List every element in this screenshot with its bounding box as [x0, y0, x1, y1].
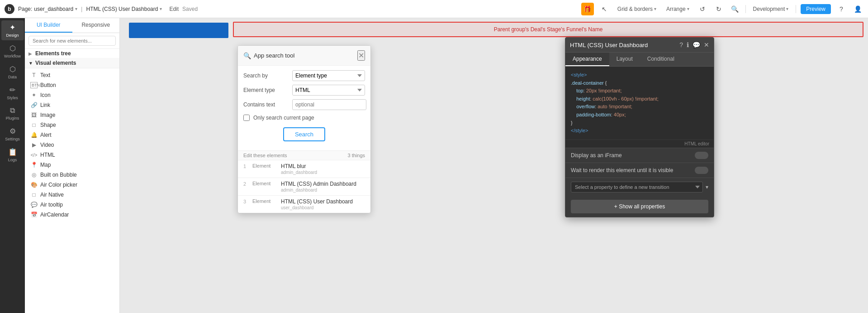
panel-help-icon[interactable]: ?	[679, 41, 683, 48]
tab-ui-builder[interactable]: UI Builder	[25, 18, 72, 33]
link-icon: 🔗	[30, 102, 38, 108]
search-btn-container: Search	[243, 125, 365, 146]
result-item-1[interactable]: 1 Element HTML blur admin_dashboard	[238, 160, 370, 178]
map-icon: 📍	[30, 162, 38, 168]
element-alert[interactable]: 🔔 Alert	[25, 130, 119, 140]
help-icon[interactable]: ?	[835, 3, 847, 15]
panel-info-icon[interactable]: ℹ	[687, 41, 689, 48]
result-page: admin_dashboard	[281, 170, 317, 175]
undo-button[interactable]: ↺	[697, 3, 708, 15]
element-video[interactable]: ▶ Video	[25, 140, 119, 150]
element-type-select[interactable]: HTML	[292, 85, 365, 96]
element-button[interactable]: BTN Button	[25, 80, 119, 90]
preview-button[interactable]: Preview	[801, 4, 831, 14]
logs-icon: 📋	[8, 148, 17, 156]
code-line-8: </style>	[571, 127, 708, 135]
display-iframe-toggle[interactable]	[695, 152, 708, 159]
element-text[interactable]: T Text	[25, 70, 119, 80]
html-panel-header: HTML (CSS) User Dashboard ? ℹ 💬 ✕	[565, 38, 714, 53]
wait-render-toggle[interactable]	[695, 167, 708, 174]
sidebar-item-label: Data	[8, 75, 17, 79]
logo: b	[5, 4, 14, 14]
sidebar-item-data[interactable]: ⬡ Data	[1, 62, 24, 82]
elements-tree-toggle[interactable]: ▶ Elements tree	[25, 49, 119, 58]
only-current-page-checkbox[interactable]	[243, 115, 250, 121]
search-by-select[interactable]: Element type	[292, 70, 365, 81]
html-selector[interactable]: HTML (CSS) User Dashboard ▾	[86, 6, 162, 12]
only-current-page-label: Only search current page	[253, 115, 314, 121]
modal-header: 🔍 App search tool ✕	[238, 46, 370, 66]
transition-select[interactable]: Select a property to define a new transi…	[571, 182, 703, 193]
show-all-properties-button[interactable]: + Show all properties	[571, 200, 708, 213]
shape-icon: □	[30, 122, 38, 128]
sidebar-item-label: Design	[6, 33, 19, 38]
search-by-row: Search by Element type	[243, 70, 365, 81]
cursor-icon[interactable]: ↖	[598, 3, 610, 15]
visual-elements-section[interactable]: ▼ Visual elements	[25, 58, 119, 68]
page-name: user_dashboard	[34, 6, 73, 12]
page-selector[interactable]: Page: user_dashboard ▾	[18, 6, 77, 12]
arrange-button[interactable]: Arrange ▾	[664, 5, 692, 14]
element-label: Icon	[40, 92, 51, 98]
element-html[interactable]: </> HTML	[25, 150, 119, 160]
sidebar-item-logs[interactable]: 📋 Logs	[1, 145, 24, 165]
tab-responsive[interactable]: Responsive	[72, 18, 120, 33]
element-type-row: Element type HTML	[243, 85, 365, 96]
development-button[interactable]: Development ▾	[750, 5, 792, 14]
collapse-icon: ▼	[28, 61, 33, 66]
panel-chat-icon[interactable]: 💬	[693, 41, 700, 48]
color-picker-icon: 🎨	[30, 182, 38, 188]
sidebar-item-workflow[interactable]: ⬡ Workflow	[1, 41, 24, 61]
saved-label: Saved	[182, 6, 198, 12]
display-iframe-label: Display as an iFrame	[571, 152, 622, 159]
sidebar-item-plugins[interactable]: ⧉ Plugins	[1, 104, 24, 123]
results-count: 3 things	[347, 153, 365, 158]
user-icon[interactable]: 👤	[852, 3, 863, 15]
modal-search-icon: 🔍	[243, 52, 251, 59]
plugins-icon: ⧉	[10, 106, 15, 115]
search-submit-button[interactable]: Search	[283, 127, 325, 141]
contains-text-input[interactable]	[292, 99, 366, 110]
html-icon: </>	[30, 153, 38, 158]
element-map[interactable]: 📍 Map	[25, 160, 119, 170]
html-name: HTML (CSS) User Dashboard	[86, 6, 158, 12]
result-item-2[interactable]: 2 Element HTML (CSS) Admin Dashboard adm…	[238, 178, 370, 195]
search-button[interactable]: 🔍	[729, 3, 741, 15]
element-air-tooltip[interactable]: 💬 Air tooltip	[25, 200, 119, 210]
search-elements-input[interactable]	[28, 36, 116, 46]
element-built-on-bubble[interactable]: ◎ Built on Bubble	[25, 170, 119, 180]
result-item-3[interactable]: 3 Element HTML (CSS) User Dashboard user…	[238, 195, 370, 213]
panel-close-icon[interactable]: ✕	[704, 41, 709, 48]
bubble-icon: ◎	[30, 172, 38, 178]
canvas: Parent group's Deal's Stage's Funnel's N…	[120, 18, 868, 313]
element-air-calendar[interactable]: 📅 AirCalendar	[25, 210, 119, 220]
divider	[745, 5, 746, 13]
element-air-native[interactable]: □ Air Native	[25, 190, 119, 200]
red-highlight-text: Parent group's Deal's Stage's Funnel's N…	[494, 26, 603, 33]
sidebar-item-settings[interactable]: ⚙ Settings	[1, 124, 24, 144]
tab-layout[interactable]: Layout	[609, 53, 640, 66]
sidebar-item-design[interactable]: ✦ Design	[1, 20, 24, 40]
code-editor[interactable]: <style> .deal-container { top: 20px !imp…	[565, 67, 714, 140]
element-link[interactable]: 🔗 Link	[25, 100, 119, 110]
modal-close-button[interactable]: ✕	[357, 50, 365, 61]
wait-render-row: Wait to render this element until it is …	[565, 163, 714, 178]
element-air-color-picker[interactable]: 🎨 Air Color picker	[25, 180, 119, 190]
element-image[interactable]: 🖼 Image	[25, 110, 119, 120]
topbar: b Page: user_dashboard ▾ | HTML (CSS) Us…	[0, 0, 868, 18]
element-shape[interactable]: □ Shape	[25, 120, 119, 130]
sidebar-item-styles[interactable]: ✏ Styles	[1, 83, 24, 103]
gift-button[interactable]: 🎁	[581, 3, 594, 15]
code-line-4: height: calc(100vh - 60px) !important;	[571, 95, 708, 103]
element-label: Link	[40, 102, 50, 108]
html-chevron-icon: ▾	[160, 6, 162, 11]
element-label: Built on Bubble	[40, 172, 77, 178]
separator: |	[81, 5, 82, 12]
tab-appearance[interactable]: Appearance	[565, 53, 609, 66]
element-icon[interactable]: ✦ Icon	[25, 90, 119, 100]
result-num: 1	[243, 164, 249, 169]
result-name: HTML blur	[281, 163, 317, 169]
tab-conditional[interactable]: Conditional	[640, 53, 682, 66]
redo-button[interactable]: ↻	[713, 3, 725, 15]
grid-borders-button[interactable]: Grid & borders ▾	[615, 5, 659, 14]
